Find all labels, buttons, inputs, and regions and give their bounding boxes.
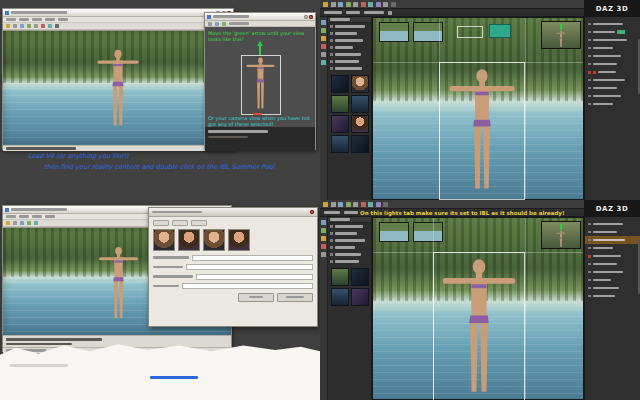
delete-icon[interactable] xyxy=(41,24,45,28)
render-icon[interactable] xyxy=(391,2,396,7)
translate-tool-icon[interactable] xyxy=(321,36,326,41)
content-tree-item[interactable] xyxy=(328,23,371,30)
figure-v4[interactable] xyxy=(446,68,518,194)
settings-icon[interactable] xyxy=(55,24,59,28)
panel-tree-item[interactable] xyxy=(585,260,640,268)
minimize-button[interactable] xyxy=(304,15,308,19)
scene-tree-item[interactable] xyxy=(585,36,640,44)
undo-icon[interactable] xyxy=(353,202,358,207)
panel-tree-item[interactable] xyxy=(585,244,640,252)
content-tree-item[interactable] xyxy=(328,223,371,230)
panel-tree-item[interactable] xyxy=(585,284,640,292)
render-icon[interactable] xyxy=(383,202,388,207)
figure-v4[interactable] xyxy=(439,258,519,398)
zoom-icon[interactable] xyxy=(34,221,38,225)
tool-icon[interactable] xyxy=(34,24,38,28)
scene-tree-item[interactable] xyxy=(585,68,640,76)
save-icon[interactable] xyxy=(13,24,17,28)
rotate-tool-icon[interactable] xyxy=(321,228,326,233)
content-tree-item[interactable] xyxy=(328,44,371,51)
new-icon[interactable] xyxy=(338,2,343,7)
rotate-icon[interactable] xyxy=(368,202,373,207)
viewport-window-titlebar[interactable] xyxy=(205,13,315,21)
aux-viewport[interactable] xyxy=(541,221,581,249)
view-icon[interactable] xyxy=(388,11,392,15)
content-thumbnail[interactable] xyxy=(351,75,369,93)
preset-thumbnail[interactable] xyxy=(178,229,200,251)
scene-tree-item[interactable] xyxy=(585,100,640,108)
scene-preview-thumbnail[interactable] xyxy=(379,222,409,242)
save-icon[interactable] xyxy=(331,202,336,207)
content-tree-item[interactable] xyxy=(328,251,371,258)
select-tool-icon[interactable] xyxy=(321,220,326,225)
content-thumbnail[interactable] xyxy=(331,95,349,113)
content-thumbnail[interactable] xyxy=(331,288,349,306)
main-viewport[interactable] xyxy=(372,217,584,400)
scene-tree-item[interactable] xyxy=(585,84,640,92)
main-viewport[interactable] xyxy=(372,17,584,200)
text-field[interactable] xyxy=(186,264,313,270)
delete-icon[interactable] xyxy=(361,2,366,7)
panel-tree-item[interactable] xyxy=(585,276,640,284)
ok-button[interactable] xyxy=(238,293,274,302)
open-icon[interactable] xyxy=(6,24,10,28)
save-icon[interactable] xyxy=(331,2,336,7)
content-thumbnail[interactable] xyxy=(331,268,349,286)
content-tree-item[interactable] xyxy=(328,51,371,58)
link-text-skeleton[interactable] xyxy=(150,376,198,379)
scale-tool-icon[interactable] xyxy=(321,44,326,49)
open-icon[interactable] xyxy=(323,2,328,7)
panel-tree-item[interactable] xyxy=(585,268,640,276)
panel-tree-item[interactable] xyxy=(585,220,640,228)
scale-icon[interactable] xyxy=(376,2,381,7)
cancel-button[interactable] xyxy=(277,293,313,302)
content-thumbnail[interactable] xyxy=(351,115,369,133)
camera-tool-icon[interactable] xyxy=(321,52,326,57)
content-thumbnail[interactable] xyxy=(331,135,349,153)
translate-icon[interactable] xyxy=(383,2,388,7)
content-tree-item[interactable] xyxy=(328,65,371,72)
content-tree-item[interactable] xyxy=(328,30,371,37)
camera-icon[interactable] xyxy=(27,221,31,225)
dialog-tab[interactable] xyxy=(153,220,169,226)
content-thumbnail[interactable] xyxy=(331,115,349,133)
tab-skeleton[interactable] xyxy=(346,11,360,14)
dialog-titlebar[interactable] xyxy=(149,208,317,217)
camera-tool-icon[interactable] xyxy=(321,252,326,257)
panel-tree-item-selected[interactable] xyxy=(585,236,640,244)
panel-tree-item[interactable] xyxy=(585,228,640,236)
close-button[interactable] xyxy=(310,210,314,214)
close-button[interactable] xyxy=(309,15,313,19)
rotate-icon[interactable] xyxy=(368,2,373,7)
ibl-sphere-widget[interactable] xyxy=(489,24,511,38)
scene-tree-item[interactable] xyxy=(585,44,640,52)
render-icon[interactable] xyxy=(20,221,24,225)
text-field[interactable] xyxy=(192,255,313,261)
save-icon[interactable] xyxy=(13,221,17,225)
scene-tree-item[interactable] xyxy=(585,76,640,84)
preset-thumbnail[interactable] xyxy=(153,229,175,251)
scene-tree-item[interactable] xyxy=(585,60,640,68)
content-thumbnail[interactable] xyxy=(331,75,349,93)
scene-preview-thumbnail[interactable] xyxy=(413,222,443,242)
camera-icon[interactable] xyxy=(27,24,31,28)
tab-skeleton[interactable] xyxy=(324,11,342,14)
light-tool-icon[interactable] xyxy=(321,60,326,65)
content-thumbnail[interactable] xyxy=(351,288,369,306)
viewport-canvas[interactable]: Move the 'green' arrow until your view l… xyxy=(205,27,315,127)
rotate-tool-icon[interactable] xyxy=(321,28,326,33)
content-tree-item[interactable] xyxy=(328,244,371,251)
scale-tool-icon[interactable] xyxy=(321,244,326,249)
render-icon[interactable] xyxy=(20,24,24,28)
tool-icon[interactable] xyxy=(215,22,219,26)
dialog-tab[interactable] xyxy=(172,220,188,226)
content-tree-item[interactable] xyxy=(328,230,371,237)
select-tool-icon[interactable] xyxy=(321,20,326,25)
delete-icon[interactable] xyxy=(361,202,366,207)
node-icon[interactable] xyxy=(346,202,351,207)
content-thumbnail[interactable] xyxy=(351,135,369,153)
content-thumbnail[interactable] xyxy=(351,95,369,113)
preset-thumbnail[interactable] xyxy=(203,229,225,251)
scene-tree-item[interactable] xyxy=(585,28,640,36)
text-field[interactable] xyxy=(182,283,313,289)
